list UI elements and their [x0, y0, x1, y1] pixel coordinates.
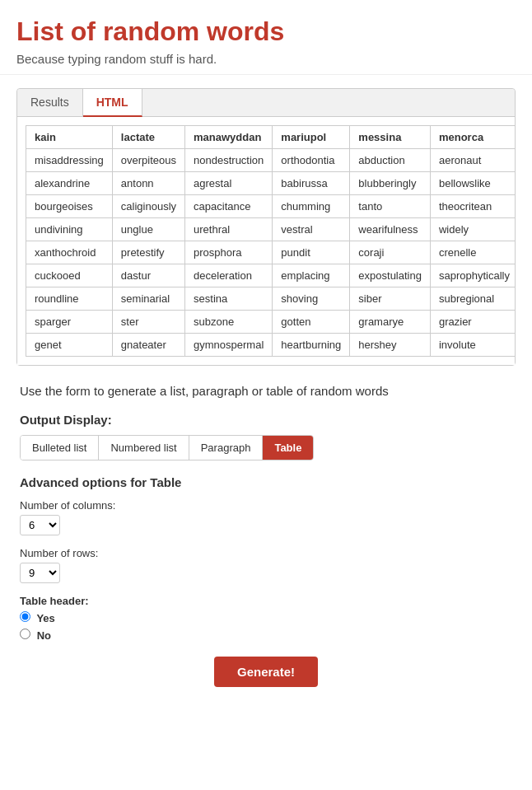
results-card: Results HTML kainlactatemanawyddanmariup… — [16, 88, 516, 366]
table-cell: prosphora — [185, 241, 273, 264]
table-row: cuckooeddasturdecelerationemplacingexpos… — [26, 264, 516, 287]
rows-group: Number of rows: 12345678910 — [20, 547, 512, 583]
table-cell: sparger — [26, 311, 113, 334]
table-cell: caliginously — [112, 195, 184, 218]
generate-button[interactable]: Generate! — [214, 657, 318, 687]
header-group: Table header: Yes No — [20, 595, 512, 642]
header-no-radio[interactable] — [20, 629, 30, 639]
output-tab-numbered-list[interactable]: Numbered list — [99, 436, 189, 460]
rows-select[interactable]: 12345678910 — [20, 563, 60, 583]
table-cell: deceleration — [185, 264, 273, 287]
rows-label: Number of rows: — [20, 547, 512, 559]
form-intro: Use the form to generate a list, paragra… — [20, 382, 512, 401]
card-tabs: Results HTML — [17, 89, 515, 117]
table-cell: unglue — [112, 218, 184, 241]
header-no-option[interactable]: No — [20, 629, 501, 642]
table-header-cell: manawyddan — [185, 126, 273, 149]
table-cell: cuckooed — [26, 264, 113, 287]
table-row: misaddressingoverpiteousnondestructionor… — [26, 149, 516, 172]
header-yes-option[interactable]: Yes — [20, 611, 501, 624]
header-label: Table header: — [20, 595, 512, 607]
output-tab-paragraph[interactable]: Paragraph — [189, 436, 264, 460]
table-cell: genet — [26, 334, 113, 357]
table-cell: babirussa — [273, 172, 350, 195]
table-cell: vestral — [273, 218, 350, 241]
table-cell: emplacing — [273, 264, 350, 287]
table-cell: tanto — [350, 195, 431, 218]
table-cell: pretestify — [112, 241, 184, 264]
table-header-cell: menorca — [430, 126, 515, 149]
main-content: Results HTML kainlactatemanawyddanmariup… — [0, 75, 532, 708]
output-tabs: Bulleted listNumbered listParagraphTable — [20, 435, 314, 460]
table-cell: expostulating — [350, 264, 431, 287]
advanced-options-title: Advanced options for Table — [20, 475, 512, 489]
header-no-label: No — [37, 629, 51, 642]
output-tab-table[interactable]: Table — [263, 436, 313, 460]
table-cell: seminarial — [112, 287, 184, 311]
table-cell: agrestal — [185, 172, 273, 195]
table-wrapper: kainlactatemanawyddanmariupolmessinameno… — [17, 117, 515, 365]
table-cell: alexandrine — [26, 172, 113, 195]
page-title: List of random words — [16, 16, 516, 47]
output-display-label: Output Display: — [20, 413, 512, 427]
table-cell: chumming — [273, 195, 350, 218]
table-cell: grazier — [430, 311, 515, 334]
tab-html[interactable]: HTML — [83, 89, 142, 117]
table-cell: roundline — [26, 287, 113, 311]
table-cell: capacitance — [185, 195, 273, 218]
page-header: List of random words Because typing rand… — [0, 0, 532, 75]
table-row: undiviningunglueurethralvestralwearifuln… — [26, 218, 516, 241]
output-tab-bulleted-list[interactable]: Bulleted list — [21, 436, 99, 460]
table-cell: dastur — [112, 264, 184, 287]
table-cell: crenelle — [430, 241, 515, 264]
table-cell: saprophytically — [430, 264, 515, 287]
table-cell: blubberingly — [350, 172, 431, 195]
table-cell: bourgeoises — [26, 195, 113, 218]
table-cell: subregional — [430, 287, 515, 311]
columns-label: Number of columns: — [20, 499, 512, 512]
columns-group: Number of columns: 12345678910 — [20, 499, 512, 535]
table-cell: wearifulness — [350, 218, 431, 241]
table-cell: urethral — [185, 218, 273, 241]
table-cell: bellowslike — [430, 172, 515, 195]
table-row: spargerstersubzonegottengramaryegrazier — [26, 311, 516, 334]
table-cell: gnateater — [112, 334, 184, 357]
table-cell: gymnospermal — [185, 334, 273, 357]
header-yes-label: Yes — [36, 612, 54, 624]
table-cell: orthodontia — [273, 149, 350, 172]
table-cell: ster — [112, 311, 184, 334]
table-header-cell: mariupol — [273, 126, 350, 149]
table-cell: pundit — [273, 241, 350, 264]
table-cell: sestina — [185, 287, 273, 311]
table-row: genetgnateatergymnospermalheartburninghe… — [26, 334, 516, 357]
table-cell: antonn — [112, 172, 184, 195]
page-subtitle: Because typing random stuff is hard. — [16, 52, 516, 66]
table-row: xanthochroidpretestifyprosphorapunditcor… — [26, 241, 516, 264]
table-cell: aeronaut — [430, 149, 515, 172]
table-row: roundlineseminarialsestinashovingsibersu… — [26, 287, 516, 311]
results-table: kainlactatemanawyddanmariupolmessinameno… — [26, 125, 515, 357]
header-yes-radio[interactable] — [20, 611, 30, 622]
table-header-cell: messina — [350, 126, 431, 149]
table-cell: siber — [350, 287, 431, 311]
table-cell: gotten — [273, 311, 350, 334]
table-header-cell: kain — [26, 126, 113, 149]
tab-results[interactable]: Results — [17, 89, 83, 116]
table-cell: xanthochroid — [26, 241, 113, 264]
table-row: bourgeoisescaliginouslycapacitancechummi… — [26, 195, 516, 218]
table-cell: undivining — [26, 218, 113, 241]
table-row: alexandrineantonnagrestalbabirussablubbe… — [26, 172, 516, 195]
table-cell: nondestruction — [185, 149, 273, 172]
table-cell: coraji — [350, 241, 431, 264]
table-cell: widely — [430, 218, 515, 241]
table-header-cell: lactate — [112, 126, 184, 149]
table-cell: misaddressing — [26, 149, 113, 172]
table-cell: abduction — [350, 149, 431, 172]
table-cell: gramarye — [350, 311, 431, 334]
table-cell: heartburning — [273, 334, 350, 357]
columns-select[interactable]: 12345678910 — [20, 515, 60, 535]
table-cell: involute — [430, 334, 515, 357]
table-cell: hershey — [350, 334, 431, 357]
table-cell: subzone — [185, 311, 273, 334]
table-cell: theocritean — [430, 195, 515, 218]
